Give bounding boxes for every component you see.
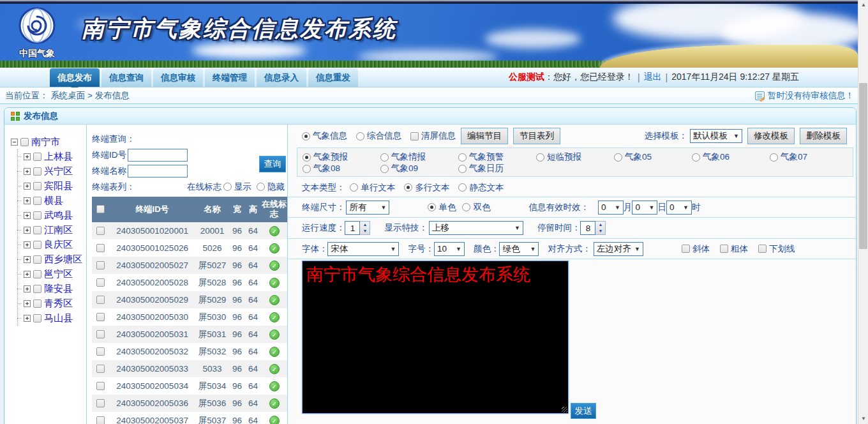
- row-checkbox[interactable]: [96, 347, 105, 356]
- scroll-up-icon[interactable]: ▲: [858, 0, 868, 10]
- vertical-scrollbar[interactable]: ▲ ▼: [858, 0, 868, 424]
- scroll-thumb[interactable]: [859, 83, 867, 249]
- radio-option[interactable]: 双色: [462, 202, 490, 213]
- radio-option[interactable]: 气象08: [303, 163, 380, 174]
- terminal-row[interactable]: 240305002005027 屏5027 96 64 ✓: [92, 257, 287, 274]
- logout-link[interactable]: 退出: [644, 72, 662, 83]
- radio-icon[interactable]: [303, 153, 311, 162]
- nav-tab[interactable]: 信息重发: [308, 68, 358, 87]
- tree-item[interactable]: 西乡塘区: [17, 252, 86, 267]
- radio-icon[interactable]: [356, 132, 364, 140]
- effect-select[interactable]: 上移▼: [429, 221, 523, 235]
- radio-option[interactable]: 气象06: [692, 151, 770, 163]
- radio-option[interactable]: 气象07: [770, 151, 848, 163]
- tree-item[interactable]: 隆安县: [17, 282, 86, 296]
- audit-notice[interactable]: 暂时没有待审核信息！: [755, 90, 858, 102]
- radio-option[interactable]: 气象09: [380, 163, 458, 174]
- radio-icon[interactable]: [536, 153, 544, 162]
- tree-checkbox[interactable]: [33, 285, 41, 293]
- row-checkbox[interactable]: [96, 313, 105, 321]
- spin-down-icon[interactable]: ▼: [595, 228, 605, 234]
- tree-checkbox[interactable]: [33, 255, 41, 264]
- expand-plus-icon[interactable]: [24, 256, 31, 263]
- terminal-row[interactable]: 240305002005033 5033 96 64 ✓: [92, 360, 287, 377]
- checkbox-icon[interactable]: [682, 245, 690, 253]
- terminal-row[interactable]: 240305002005036 屏5036 96 64 ✓: [92, 395, 287, 412]
- row-checkbox[interactable]: [96, 416, 105, 424]
- tree-item[interactable]: 兴宁区: [17, 164, 86, 179]
- terminal-id-input[interactable]: [128, 149, 188, 162]
- tree-item[interactable]: 青秀区: [17, 296, 86, 311]
- spin-down-icon[interactable]: ▼: [360, 228, 370, 234]
- delete-template-button[interactable]: 删除模板: [800, 128, 847, 144]
- tree-checkbox[interactable]: [33, 182, 41, 190]
- align-select[interactable]: 左边对齐▼: [594, 242, 643, 256]
- radio-icon[interactable]: [223, 183, 232, 191]
- checkbox-option[interactable]: 斜体: [682, 243, 710, 255]
- tree-checkbox[interactable]: [33, 167, 41, 176]
- nav-tab[interactable]: 终端管理: [205, 68, 255, 87]
- expand-plus-icon[interactable]: [24, 153, 31, 160]
- tree-item[interactable]: 上林县: [17, 149, 86, 164]
- radio-option[interactable]: 气象日历: [458, 163, 536, 174]
- radio-option[interactable]: 单行文本: [350, 182, 395, 193]
- template-select[interactable]: 默认模板▼: [690, 129, 742, 143]
- tree-root[interactable]: 南宁市: [11, 135, 86, 149]
- radio-option[interactable]: 多行文本: [404, 182, 449, 193]
- tree-checkbox[interactable]: [33, 197, 41, 205]
- nav-tab[interactable]: 信息审核: [153, 68, 203, 87]
- row-checkbox[interactable]: [96, 365, 105, 373]
- tree-checkbox[interactable]: [33, 299, 41, 308]
- radio-option[interactable]: 气象情报: [380, 151, 458, 163]
- tree-item[interactable]: 良庆区: [17, 238, 86, 252]
- expand-plus-icon[interactable]: [24, 315, 31, 322]
- radio-option[interactable]: 显示: [223, 181, 251, 193]
- spin-up-icon[interactable]: ▲: [360, 222, 370, 228]
- nav-tab[interactable]: 信息录入: [257, 68, 306, 87]
- font-select[interactable]: 宋体▼: [327, 242, 399, 256]
- terminal-row[interactable]: 240305002005028 屏5028 96 64 ✓: [92, 274, 287, 291]
- radio-icon[interactable]: [692, 153, 700, 162]
- stay-spinner[interactable]: 8 ▲▼: [580, 221, 606, 235]
- nav-tab[interactable]: 信息发布: [50, 68, 100, 87]
- radio-option[interactable]: 气象预报: [303, 151, 380, 163]
- tree-checkbox[interactable]: [33, 211, 41, 220]
- radio-option[interactable]: 短临预报: [536, 151, 614, 163]
- expand-plus-icon[interactable]: [24, 285, 31, 292]
- radio-icon[interactable]: [770, 153, 778, 162]
- row-checkbox[interactable]: [96, 227, 105, 235]
- expand-plus-icon[interactable]: [24, 300, 31, 307]
- terminal-row[interactable]: 240305002005031 屏5031 96 64 ✓: [92, 326, 287, 343]
- radio-icon[interactable]: [428, 203, 436, 211]
- radio-icon[interactable]: [350, 183, 358, 192]
- tree-checkbox[interactable]: [20, 138, 29, 146]
- tree-item[interactable]: 宾阳县: [17, 179, 86, 193]
- terminal-row[interactable]: 240305002005029 屏5029 96 64 ✓: [92, 291, 287, 308]
- row-checkbox[interactable]: [96, 244, 105, 252]
- validity-day-select[interactable]: 0▼: [632, 201, 657, 215]
- checkbox-icon[interactable]: [720, 245, 728, 253]
- radio-option[interactable]: 单色: [428, 202, 456, 213]
- tree-item[interactable]: 马山县: [17, 311, 86, 326]
- terminal-row[interactable]: 240305002005037 屏5037 96 64 ✓: [92, 412, 287, 424]
- validity-hour-select[interactable]: 0▼: [666, 201, 692, 215]
- expand-plus-icon[interactable]: [24, 212, 31, 219]
- tree-checkbox[interactable]: [33, 153, 41, 161]
- row-checkbox[interactable]: [96, 261, 105, 269]
- breadcrumb-path[interactable]: 系统桌面 > 发布信息: [50, 91, 129, 100]
- radio-icon[interactable]: [257, 183, 265, 191]
- clear-screen-option[interactable]: 清屏信息: [410, 130, 456, 142]
- terminal-row[interactable]: 240305001025026 5026 96 64 ✓: [92, 239, 287, 257]
- radio-option[interactable]: 综合信息: [356, 130, 401, 142]
- expand-plus-icon[interactable]: [24, 227, 31, 234]
- tree-checkbox[interactable]: [33, 314, 41, 322]
- radio-icon[interactable]: [458, 153, 467, 162]
- radio-icon[interactable]: [380, 165, 389, 173]
- row-checkbox[interactable]: [96, 382, 105, 390]
- checkbox-option[interactable]: 下划线: [758, 243, 795, 255]
- tree-checkbox[interactable]: [33, 241, 41, 249]
- row-checkbox[interactable]: [96, 330, 105, 338]
- checkbox-option[interactable]: 粗体: [720, 243, 748, 255]
- expand-plus-icon[interactable]: [24, 241, 31, 248]
- checkbox-icon[interactable]: [758, 245, 767, 253]
